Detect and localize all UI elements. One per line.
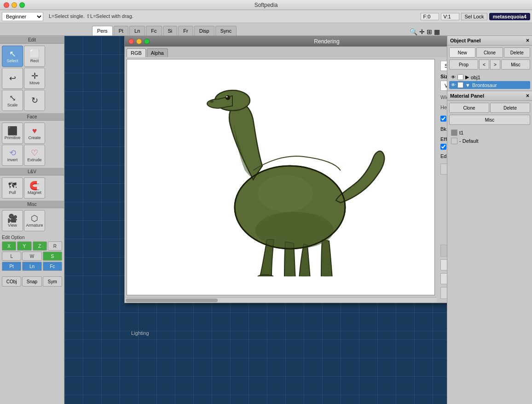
grid-icon[interactable]: ⊞ <box>427 28 432 35</box>
object-panel-nav-row: Prop < > Misc <box>447 59 532 71</box>
ok-btn[interactable]: OK <box>440 287 447 299</box>
pull-tool[interactable]: 🗺 Pull <box>2 177 23 199</box>
pt-mode-btn[interactable]: Pt <box>2 262 21 271</box>
brontosaur-eye[interactable]: 👁 <box>451 82 456 88</box>
view-tool[interactable]: 🎥 View <box>2 210 23 231</box>
close-button[interactable] <box>4 2 9 8</box>
object-clone-btn[interactable]: Clone <box>476 47 503 58</box>
scale-tool[interactable]: ⤡ Scale <box>2 90 23 111</box>
material-list: t1 - Default <box>447 127 532 147</box>
dialog-close-btn[interactable] <box>128 39 134 44</box>
tab-disp[interactable]: Disp <box>194 26 214 35</box>
minimize-button[interactable] <box>12 2 17 8</box>
mat-swatch-default[interactable] <box>451 138 457 144</box>
render-canvas[interactable] <box>127 59 435 295</box>
scrollbar-thumb[interactable] <box>126 299 218 302</box>
magnet-label: Magnet <box>28 190 41 195</box>
s-size-btn[interactable]: S <box>43 252 62 261</box>
obj1-eye[interactable]: 👁 <box>451 75 456 80</box>
maximize-button[interactable] <box>19 2 25 8</box>
viewport-tab-bar: Pers Pt Ln Fc Si Fr Disp Sync 🔍 ✛ ⊞ ▦ <box>0 23 532 36</box>
tab-si[interactable]: Si <box>163 26 178 35</box>
height-row: Height ▲ ▼ <box>440 103 447 112</box>
x-axis-btn[interactable]: X <box>2 241 16 251</box>
object-new-btn[interactable]: New <box>449 47 475 58</box>
rect-tool[interactable]: ⬜ Rect <box>24 46 45 67</box>
plus-icon[interactable]: ✛ <box>419 28 425 35</box>
invert-tool[interactable]: ⟲ Invert <box>2 145 23 166</box>
toolbar-right: F:0 V:1 Sel Lock metasequoia4 <box>421 13 530 20</box>
effect-section: Effect Toon Edge Wd. ▲ <box>440 136 447 161</box>
mode-selector[interactable]: Beginner <box>2 12 43 21</box>
y-axis-btn[interactable]: Y <box>17 241 31 251</box>
l-size-btn[interactable]: L <box>2 252 21 261</box>
move-tool[interactable]: ✛ Move <box>24 68 45 89</box>
tab-fc[interactable]: Fc <box>146 26 162 35</box>
ln-mode-btn[interactable]: Ln <box>22 262 41 271</box>
object-misc-btn[interactable]: Misc <box>501 59 530 70</box>
tab-ln[interactable]: Ln <box>129 26 145 35</box>
antialias-checkbox[interactable] <box>440 116 446 122</box>
lv-section-label: L&V <box>0 168 64 176</box>
dialog-tab-rgb[interactable]: RGB <box>127 48 146 57</box>
bk-color-row: Bk. color <box>440 124 447 134</box>
dialog-min-btn[interactable] <box>136 39 142 44</box>
antialias-row: Anti-alias <box>440 116 447 122</box>
list-item: t1 <box>449 129 530 137</box>
object-delete-btn[interactable]: Delete <box>504 47 530 58</box>
expand-icon: ▶ <box>465 74 469 80</box>
dialog-max-btn[interactable] <box>144 39 150 44</box>
edge-wd-label: Edge Wd. <box>440 153 447 159</box>
view-icon: 🎥 <box>7 214 17 222</box>
size-preset-select[interactable]: VGA (640*480) <box>440 81 447 91</box>
fc-mode-btn[interactable]: Fc <box>43 262 62 271</box>
object-panel-close[interactable]: × <box>526 37 529 44</box>
rendering-btn[interactable]: Rendering <box>440 245 447 257</box>
tab-fr[interactable]: Fr <box>178 26 193 35</box>
material-delete-btn[interactable]: Delete <box>490 103 530 113</box>
object-next-btn[interactable]: > <box>490 59 500 70</box>
sel-lock-button[interactable]: Sel Lock <box>461 13 487 20</box>
cobj-btn[interactable]: CObj <box>2 276 21 287</box>
select-tool[interactable]: ↖ Select <box>2 46 23 67</box>
w-size-btn[interactable]: W <box>22 252 41 261</box>
tab-sync[interactable]: Sync <box>215 26 237 35</box>
armature-tool[interactable]: ⬡ Armature <box>24 210 45 231</box>
save-btn[interactable]: Save <box>440 259 447 270</box>
material-panel-close[interactable]: × <box>526 93 529 99</box>
mat-swatch-t1[interactable] <box>451 129 457 136</box>
width-label: Width <box>440 94 447 100</box>
z-axis-btn[interactable]: Z <box>33 241 47 251</box>
magnet-tool[interactable]: 🧲 Magnet <box>24 177 45 199</box>
material-misc-btn[interactable]: Misc <box>449 115 530 125</box>
search-icon[interactable]: 🔍 <box>410 28 417 35</box>
sym-btn[interactable]: Sym <box>43 276 62 287</box>
create-tool[interactable]: ♥ Create <box>24 123 45 144</box>
toon-checkbox[interactable] <box>440 144 446 150</box>
apply-btn[interactable]: Apply chg. <box>440 164 447 175</box>
tab-pt[interactable]: Pt <box>114 26 128 35</box>
dialog-tab-alpha[interactable]: Alpha <box>147 48 168 57</box>
snap-btn[interactable]: Snap <box>22 276 41 287</box>
obj1-check[interactable] <box>457 74 463 80</box>
horizontal-scrollbar[interactable] <box>125 297 437 303</box>
brontosaur-check[interactable] <box>457 82 463 88</box>
dialog-title-bar: Rendering <box>125 36 447 47</box>
clipboard-btn[interactable]: Send to clipboard <box>440 273 447 284</box>
viewport[interactable]: Rendering RGB Alpha <box>64 36 447 340</box>
color-grid-icon: ▦ <box>434 28 440 35</box>
object-prop-btn[interactable]: Prop <box>449 59 478 70</box>
pull-icon: 🗺 <box>8 182 17 190</box>
list-item[interactable]: 👁 ▼ Brontosaur <box>449 81 530 89</box>
scale-label: Scale <box>7 103 18 107</box>
r-axis-btn[interactable]: R <box>48 241 62 251</box>
primitive-tool[interactable]: ⬛ Primitive <box>2 123 23 144</box>
tab-pers[interactable]: Pers <box>92 26 113 35</box>
object-prev-btn[interactable]: < <box>479 59 489 70</box>
lasso-tool[interactable]: ↩ <box>2 68 23 89</box>
extrude-tool[interactable]: ♡ Extrude <box>24 145 45 166</box>
magnet-icon: 🧲 <box>29 182 40 190</box>
material-clone-btn[interactable]: Clone <box>449 103 489 113</box>
render-method-select[interactable]: Scanline (Fast) <box>440 61 447 71</box>
rotate-tool[interactable]: ↻ <box>24 90 45 111</box>
